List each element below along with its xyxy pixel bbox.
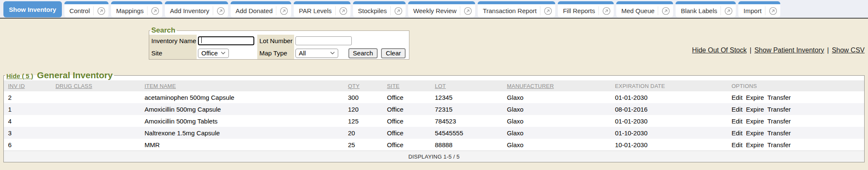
col-qty[interactable]: QTY <box>344 83 383 89</box>
col-manufacturer[interactable]: MANUFACTURER <box>503 83 611 89</box>
tab-blank-labels[interactable]: Blank Labels <box>676 1 736 17</box>
expire-link[interactable]: Expire <box>746 106 764 113</box>
tab-fill-reports[interactable]: Fill Reports <box>558 1 614 17</box>
cell-inv-id: 2 <box>4 94 51 101</box>
cell-options: Edit Expire Transfer <box>727 118 864 125</box>
popout-icon[interactable] <box>394 7 403 15</box>
expire-link[interactable]: Expire <box>746 141 764 148</box>
tab-label: Add Donated <box>236 7 273 14</box>
col-site[interactable]: SITE <box>383 83 431 89</box>
edit-link[interactable]: Edit <box>732 129 743 137</box>
cell-inv-id: 1 <box>4 106 51 113</box>
popout-icon[interactable] <box>724 7 733 15</box>
map-type-select-value: All <box>299 49 306 57</box>
transfer-link[interactable]: Transfer <box>767 141 790 148</box>
edit-link[interactable]: Edit <box>732 118 743 125</box>
cell-item-name: Amoxicillin 500mg Capsule <box>140 106 344 113</box>
expire-link[interactable]: Expire <box>746 94 764 101</box>
tab-divider <box>276 6 276 15</box>
tab-med-queue[interactable]: Med Queue <box>616 1 673 17</box>
popout-icon[interactable] <box>151 7 159 15</box>
popout-icon[interactable] <box>544 7 552 15</box>
cell-expiration-date: 08-01-2016 <box>611 106 727 113</box>
col-item-name[interactable]: ITEM NAME <box>140 83 344 89</box>
col-drug-class[interactable]: DRUG CLASS <box>51 83 140 89</box>
popout-icon[interactable] <box>662 7 670 15</box>
show-patient-inventory-link[interactable]: Show Patient Inventory <box>754 47 824 54</box>
tab-label: Blank Labels <box>681 7 717 14</box>
tab-add-donated[interactable]: Add Donated <box>231 1 292 17</box>
transfer-link[interactable]: Transfer <box>767 106 790 113</box>
popout-icon[interactable] <box>280 7 288 15</box>
cell-qty: 20 <box>344 129 383 137</box>
tab-mappings[interactable]: Mappings <box>111 1 162 17</box>
cell-lot: 88888 <box>431 141 503 148</box>
tab-top-strip <box>64 1 108 4</box>
tab-divider <box>540 6 540 15</box>
transfer-link[interactable]: Transfer <box>767 118 790 125</box>
tab-label: Stockpiles <box>358 7 387 14</box>
cell-site: Office <box>383 106 431 113</box>
transfer-link[interactable]: Transfer <box>767 129 790 137</box>
tab-add-inventory[interactable]: Add Inventory <box>165 1 228 17</box>
tab-transaction-report[interactable]: Transaction Report <box>478 1 555 17</box>
cell-options: Edit Expire Transfer <box>727 106 864 113</box>
tab-top-strip <box>231 1 292 4</box>
tab-show-inventory[interactable]: Show Inventory <box>3 1 62 17</box>
cell-qty: 300 <box>344 94 383 101</box>
cell-item-name: acetaminophen 500mg Capsule <box>140 94 344 101</box>
expire-link[interactable]: Expire <box>746 118 764 125</box>
tab-top-strip <box>738 1 780 4</box>
tab-label: Show Inventory <box>9 6 56 13</box>
clear-button[interactable]: Clear <box>381 48 406 58</box>
col-inv-id[interactable]: INV ID <box>4 83 51 89</box>
cell-site: Office <box>383 141 431 148</box>
tab-label: Mappings <box>116 7 144 14</box>
cell-inv-id: 6 <box>4 141 51 148</box>
table-row: 2 acetaminophen 500mg Capsule 300 Office… <box>4 91 864 103</box>
link-separator: | <box>827 47 829 54</box>
popout-icon[interactable] <box>217 7 225 15</box>
site-select[interactable]: Office <box>198 49 229 58</box>
tab-par-levels[interactable]: PAR Levels <box>294 1 350 17</box>
popout-icon[interactable] <box>97 7 106 15</box>
col-lot[interactable]: LOT <box>431 83 503 89</box>
show-csv-link[interactable]: Show CSV <box>832 47 865 54</box>
edit-link[interactable]: Edit <box>732 106 743 113</box>
tab-label: Transaction Report <box>483 7 537 14</box>
hide-out-of-stock-link[interactable]: Hide Out Of Stock <box>692 47 747 54</box>
tab-import[interactable]: Import <box>738 1 780 17</box>
site-label: Site <box>149 47 197 59</box>
cell-manufacturer: Glaxo <box>503 118 611 125</box>
popout-icon[interactable] <box>602 7 611 15</box>
tab-label: Fill Reports <box>563 7 595 14</box>
map-type-select[interactable]: All <box>295 49 338 58</box>
tab-top-strip <box>408 1 475 4</box>
text-caret <box>201 37 202 43</box>
cell-expiration-date: 01-10-2030 <box>611 129 727 137</box>
edit-link[interactable]: Edit <box>732 141 743 148</box>
cell-manufacturer: Glaxo <box>503 141 611 148</box>
tab-divider <box>335 6 336 15</box>
tab-label: Import <box>743 7 762 14</box>
hide-count-link[interactable]: Hide ( 5 ) <box>6 72 33 80</box>
site-select-value: Office <box>201 49 218 57</box>
transfer-link[interactable]: Transfer <box>767 94 790 101</box>
table-header-row: INV ID DRUG CLASS ITEM NAME QTY SITE LOT… <box>4 80 864 91</box>
popout-icon[interactable] <box>769 7 777 15</box>
tab-top-strip <box>353 1 406 4</box>
expire-link[interactable]: Expire <box>746 129 764 137</box>
cell-lot: 784523 <box>431 118 503 125</box>
lot-number-input[interactable] <box>295 36 352 45</box>
popout-icon[interactable] <box>464 7 472 15</box>
tab-divider <box>460 6 460 15</box>
tab-top-strip <box>294 1 350 4</box>
popout-icon[interactable] <box>339 7 348 15</box>
inventory-name-input[interactable] <box>198 36 254 45</box>
search-button[interactable]: Search <box>348 48 378 58</box>
general-inventory-panel: Hide ( 5 ) General Inventory INV ID DRUG… <box>3 70 865 162</box>
tab-control[interactable]: Control <box>64 1 108 17</box>
edit-link[interactable]: Edit <box>732 94 743 101</box>
tab-weekly-review[interactable]: Weekly Review <box>408 1 475 17</box>
tab-stockpiles[interactable]: Stockpiles <box>353 1 406 17</box>
